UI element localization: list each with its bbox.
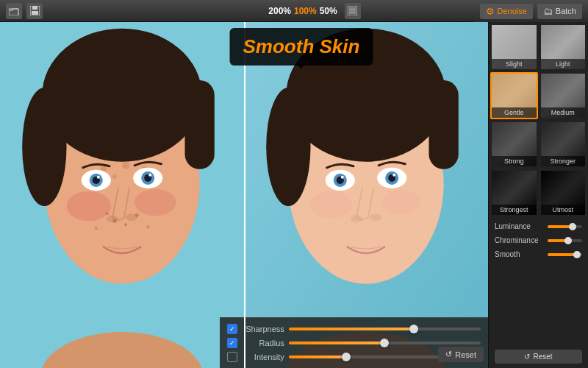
fit-icon[interactable] — [345, 3, 361, 19]
preset-strong[interactable]: Strong — [490, 121, 538, 168]
zoom-200[interactable]: 200% — [268, 6, 291, 16]
svg-point-13 — [112, 174, 117, 179]
radius-checkbox[interactable]: ✓ — [227, 338, 237, 348]
preset-stronger[interactable]: Stronger — [539, 121, 587, 168]
save-file-icon[interactable] — [26, 3, 43, 19]
batch-icon: 🗂 — [543, 6, 553, 17]
right-slider-row-luminance: Luminance — [495, 222, 582, 230]
open-file-icon[interactable] — [6, 3, 22, 19]
denoise-label: Denoise — [498, 7, 527, 15]
reset-icon: ↺ — [445, 350, 452, 359]
intensity-checkbox[interactable] — [227, 352, 237, 362]
right-slider-row-chrominance: Chrominance — [495, 236, 582, 244]
intensity-fill — [289, 355, 346, 358]
right-slider-track-chrominance[interactable] — [548, 239, 582, 242]
svg-rect-0 — [9, 9, 18, 15]
radius-label: Radius — [242, 339, 284, 347]
denoise-button[interactable]: ⚙ Denoise — [480, 4, 533, 19]
right-slider-row-smooth: Smooth — [495, 250, 582, 258]
svg-point-42 — [311, 191, 352, 218]
intensity-thumb[interactable] — [342, 353, 351, 361]
svg-rect-2 — [32, 6, 37, 10]
preset-label-stronger: Stronger — [541, 156, 586, 166]
right-slider-track-smooth[interactable] — [548, 253, 582, 256]
right-reset-button[interactable]: ↺ Reset — [495, 350, 582, 364]
preset-label-gentle: Gentle — [492, 107, 537, 118]
right-slider-label-luminance: Luminance — [495, 222, 545, 230]
zoom-100[interactable]: 100% — [294, 6, 317, 16]
reset-label: Reset — [455, 350, 476, 359]
right-slider-fill-smooth — [548, 253, 577, 256]
preset-label-medium: Medium — [541, 107, 586, 118]
svg-point-40 — [266, 88, 310, 206]
right-panel: Slight Light Gentle Medium Strong Strong… — [488, 22, 588, 368]
preset-label-utmost: Utmost — [541, 205, 586, 215]
sharpness-row: ✓ Sharpness — [227, 324, 481, 334]
preset-label-strongest: Strongest — [492, 205, 537, 215]
svg-point-47 — [341, 176, 344, 179]
svg-rect-41 — [429, 80, 459, 169]
svg-rect-11 — [185, 80, 215, 169]
sharpness-checkbox[interactable]: ✓ — [227, 324, 237, 334]
svg-point-34 — [95, 227, 98, 230]
intensity-label: Intensity — [242, 353, 284, 361]
radius-thumb[interactable] — [380, 339, 389, 347]
preset-strongest[interactable]: Strongest — [490, 169, 538, 216]
svg-point-53 — [370, 213, 381, 221]
sharpness-label: Sharpness — [242, 325, 284, 333]
svg-point-51 — [392, 174, 395, 177]
zoom-50[interactable]: 50% — [320, 6, 337, 16]
svg-point-30 — [112, 219, 116, 223]
right-slider-label-chrominance: Chrominance — [495, 236, 545, 244]
svg-point-18 — [67, 191, 111, 221]
preset-utmost[interactable]: Utmost — [539, 169, 587, 216]
sharpness-track[interactable] — [289, 328, 481, 330]
sharpness-thumb[interactable] — [409, 325, 418, 333]
preset-gentle[interactable]: Gentle — [490, 72, 538, 119]
split-divider[interactable] — [244, 22, 245, 368]
svg-rect-5 — [349, 7, 356, 14]
svg-point-27 — [148, 174, 151, 177]
preset-slight[interactable]: Slight — [490, 24, 538, 71]
processed-image — [244, 22, 488, 368]
svg-point-28 — [107, 215, 118, 222]
right-slider-thumb-chrominance[interactable] — [564, 237, 572, 244]
image-panel: Smooth Skin ✓ Sharpness ✓ Radius — [0, 22, 488, 368]
right-slider-label-smooth: Smooth — [495, 250, 545, 258]
original-image — [0, 22, 244, 368]
preset-label-slight: Slight — [492, 59, 537, 69]
batch-button[interactable]: 🗂 Batch — [537, 4, 582, 19]
svg-point-31 — [124, 223, 127, 226]
radius-track[interactable] — [289, 342, 481, 344]
right-sliders: Luminance Chrominance Smooth — [489, 218, 588, 350]
batch-label: Batch — [556, 7, 576, 15]
svg-point-19 — [135, 189, 176, 216]
denoise-icon: ⚙ — [486, 6, 495, 17]
svg-point-33 — [135, 213, 139, 217]
sharpness-fill — [289, 328, 414, 330]
preset-label-strong: Strong — [492, 156, 537, 166]
svg-point-23 — [97, 176, 100, 179]
right-reset-icon: ↺ — [524, 353, 530, 361]
preset-light[interactable]: Light — [539, 24, 587, 71]
svg-point-32 — [106, 212, 109, 215]
svg-point-52 — [351, 215, 362, 222]
svg-point-43 — [381, 190, 420, 213]
right-slider-thumb-luminance[interactable] — [569, 223, 576, 230]
preset-grid: Slight Light Gentle Medium Strong Strong… — [489, 22, 588, 218]
svg-point-35 — [146, 225, 149, 228]
right-reset-label: Reset — [533, 353, 552, 361]
radius-fill — [289, 342, 385, 344]
svg-point-10 — [22, 88, 66, 206]
svg-point-14 — [122, 162, 129, 169]
zoom-controls: 200% 100% 50% — [268, 6, 337, 16]
svg-rect-3 — [32, 11, 38, 15]
preset-label-light: Light — [541, 59, 586, 69]
preset-medium[interactable]: Medium — [539, 72, 587, 119]
top-right-buttons: ⚙ Denoise 🗂 Batch — [474, 0, 589, 22]
right-slider-track-luminance[interactable] — [548, 225, 582, 228]
image-reset-button[interactable]: ↺ Reset — [438, 347, 484, 362]
right-slider-thumb-smooth[interactable] — [573, 251, 581, 258]
